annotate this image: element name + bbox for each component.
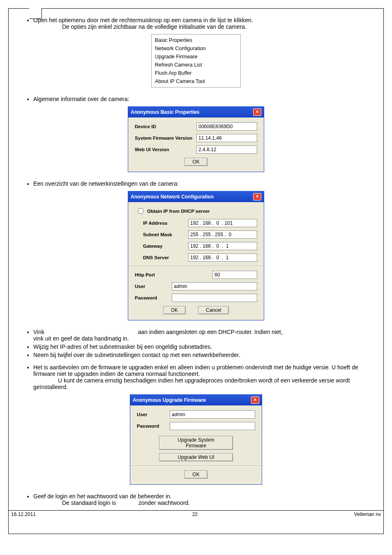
footer-page: 22 [192,511,198,517]
webui-version-label: Web UI Version [135,147,196,152]
upgrade-system-firmware-button[interactable]: Upgrade System Firmware [159,436,233,450]
text: Het is aanbevolen om de firmware te upgr… [33,364,358,377]
gateway-field[interactable] [188,242,257,250]
page-notch [29,8,42,19]
bullet-open-menu: Open het optiemenu door met de rechtermu… [33,17,375,30]
network-config-dialog: Anonymous Network Configuration × Obtain… [128,191,264,320]
device-id-field[interactable] [196,122,257,131]
text: vink uit en geef de data handmatig in. [33,335,129,342]
bullet-neem: Neem bij twijfel over de subnetinstellin… [33,352,375,358]
ok-button[interactable]: OK [163,306,186,314]
password-label: Password [135,295,172,300]
gateway-label: Gateway [143,244,188,249]
webui-version-field[interactable] [196,145,257,154]
cancel-button[interactable]: Cancel [198,306,229,314]
bullet-wijzig: Wijzig het IP-adres of het subnetmasker … [33,343,375,350]
divider [130,465,262,466]
menu-item[interactable]: About IP Camera Tool [155,77,237,85]
ip-address-field[interactable] [188,219,257,227]
note-visibility: De opties zijn enkel zichtbaar na de vol… [62,23,375,30]
dns-server-label: DNS Server [143,255,188,260]
bullet-network-overview: Een overzicht van de netwerkinstellingen… [33,180,375,187]
ip-address-label: IP Address [143,221,188,226]
dns-server-field[interactable] [188,253,257,262]
user-field[interactable] [172,282,257,290]
ok-button[interactable]: OK [184,158,207,166]
text: aan indien aangesloten op een DHCP-route… [138,329,283,335]
firmware-version-field[interactable] [196,134,257,142]
http-port-field[interactable] [212,271,257,279]
page-footer: 16.12.2011 22 Velleman nv [9,510,383,517]
text: Vink [33,329,44,335]
http-port-label: Http Port [135,272,172,277]
text: De standaard login is zonder wachtwoord. [62,500,375,506]
ok-button[interactable]: OK [184,470,207,479]
footer-brand: Velleman nv [354,511,381,517]
context-menu: Basic Properties Network Configuration U… [151,34,241,88]
close-icon[interactable]: × [253,193,261,200]
dhcp-label: Obtain IP from DHCP server [147,209,210,214]
password-field[interactable] [172,294,257,302]
menu-item[interactable]: Upgrade Firmware [155,53,237,61]
close-icon[interactable]: × [253,108,261,116]
divider [128,266,264,267]
menu-item[interactable]: Network Configuration [155,44,237,53]
password-label: Password [137,424,170,428]
bullet-firmware-advice: Het is aanbevolen om de firmware te upgr… [33,364,375,390]
basic-properties-dialog: Anonymous Basic Properties × Device ID S… [128,106,264,172]
device-id-label: Device ID [135,124,196,129]
bullet-vink: Vink aan indien aangesloten op een DHCP-… [33,329,375,342]
upgrade-web-ui-button[interactable]: Upgrade Web UI [159,453,233,461]
close-icon[interactable]: × [251,396,259,404]
text: Geef de login en het wachtwoord van de b… [33,493,172,500]
subnet-mask-field[interactable] [188,230,257,239]
menu-item[interactable]: Basic Properties [155,36,237,44]
user-label: User [135,284,172,289]
menu-item[interactable]: Flush Arp Buffer [155,69,237,77]
upgrade-firmware-dialog: Anonymous Upgrade Firmware × User Passwo… [130,394,262,485]
dhcp-checkbox[interactable] [138,208,143,214]
subnet-mask-label: Subnet Mask [143,232,188,237]
bullet-general-info: Algemene informatie over de camera: [33,96,375,102]
dialog-title-text: Anonymous Upgrade Firmware [133,397,206,403]
text: Open het optiemenu door met de rechtermu… [33,17,253,23]
password-field[interactable] [170,422,255,430]
footer-date: 16.12.2011 [11,511,36,517]
firmware-version-label: System Firmware Version [135,136,196,140]
user-field[interactable] [170,410,255,419]
warning-text: U kunt de camera ernstig beschadigen ind… [33,377,375,390]
bullet-login: Geef de login en het wachtwoord van de b… [33,493,375,506]
menu-item[interactable]: Refresh Camera List [155,61,237,69]
dialog-title-text: Anonymous Network Configuration [131,194,214,200]
dialog-title-text: Anonymous Basic Properties [131,109,199,115]
user-label: User [137,412,170,417]
